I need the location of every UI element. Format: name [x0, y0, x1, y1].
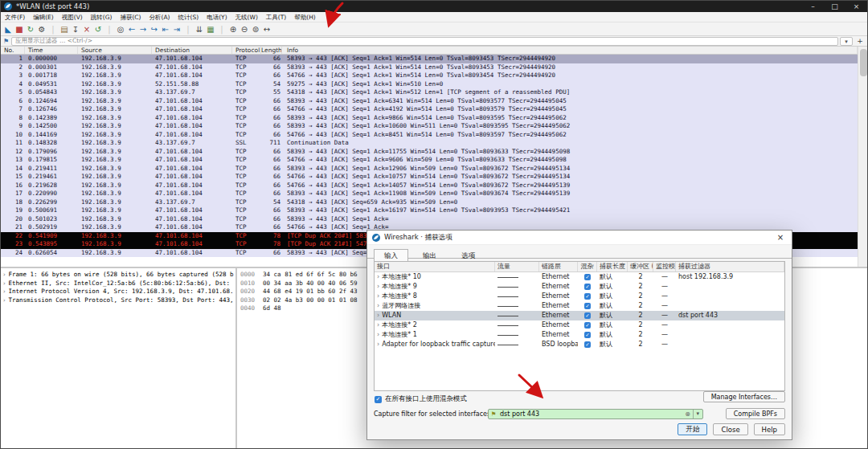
menu-item[interactable]: 捕获(C)	[116, 12, 145, 22]
packet-row[interactable]: 17 0.220990 192.168.3.9 47.101.68.104 TC…	[1, 190, 858, 198]
expander-icon[interactable]: ›	[377, 292, 379, 300]
detail-tree-line[interactable]: ›Internet Protocol Version 4, Src: 192.1…	[2, 288, 234, 296]
packet-row[interactable]: 14 0.219411 192.168.3.9 47.101.68.104 TC…	[1, 165, 858, 173]
menu-item[interactable]: 视图(V)	[58, 12, 87, 22]
filter-dropdown-icon[interactable]: ▾	[840, 37, 853, 46]
col-traffic[interactable]: 流量	[495, 262, 539, 271]
zoom-out-icon[interactable]: ⊖	[239, 23, 250, 35]
reload-file-icon[interactable]: ↺	[92, 23, 104, 35]
maximize-button[interactable]: □	[824, 1, 845, 12]
menu-item[interactable]: 电话(Y)	[203, 12, 231, 22]
start-capture-icon[interactable]: ◣	[2, 23, 14, 35]
zoom-reset-icon[interactable]: ⊜	[250, 23, 261, 35]
promiscuous-checkbox[interactable]: ✓	[584, 303, 591, 309]
menu-item[interactable]: 文件(F)	[1, 12, 29, 22]
interface-row[interactable]: ›Adapter for loopback traffic capture BS…	[375, 340, 784, 349]
manage-interfaces-button[interactable]: Manage Interfaces…	[703, 391, 785, 402]
expander-icon[interactable]: ›	[377, 341, 379, 348]
expander-icon[interactable]: ›	[2, 271, 6, 278]
packet-row[interactable]: 11 0.148328 192.168.3.9 43.137.69.7 SSL …	[1, 139, 858, 148]
packet-row[interactable]: 20 0.501023 192.168.3.9 47.101.68.104 TC…	[1, 215, 858, 224]
toolbar-separator[interactable]: |	[104, 23, 115, 35]
find-packet-icon[interactable]: ◎	[115, 23, 126, 35]
col-length[interactable]: Length	[261, 47, 282, 54]
go-to-packet-icon[interactable]: ↪	[149, 23, 160, 35]
detail-tree-line[interactable]: ›Frame 1: 66 bytes on wire (528 bits), 6…	[2, 271, 234, 280]
packet-row[interactable]: 3 0.001718 192.168.3.9 47.101.68.104 TCP…	[1, 71, 858, 80]
detail-tree-line[interactable]: ›Transmission Control Protocol, Src Port…	[2, 296, 234, 305]
capture-filter-input[interactable]: ⚑ dst port 443 ⊗ ▾	[488, 409, 703, 419]
promiscuous-checkbox[interactable]: ✓	[584, 322, 591, 329]
packet-row[interactable]: 10 0.144169 192.168.3.9 47.101.68.104 TC…	[1, 131, 858, 140]
expander-icon[interactable]: ›	[377, 273, 379, 280]
col-promiscuous[interactable]: 混杂	[578, 262, 597, 271]
interface-row[interactable]: ›本地连接* 9 Ethernet ✓ 默认 2 —	[375, 282, 784, 292]
col-buffer[interactable]: 缓冲区 (M	[628, 262, 653, 271]
start-button[interactable]: 开始	[678, 423, 707, 435]
dialog-tab[interactable]: 输入	[374, 249, 408, 262]
expander-icon[interactable]: ›	[377, 302, 379, 309]
promiscuous-checkbox[interactable]: ✓	[584, 284, 591, 290]
filter-add-button[interactable]: +	[854, 37, 866, 45]
col-time[interactable]: Time	[25, 47, 78, 54]
promiscuous-all-checkbox[interactable]: ✓	[375, 396, 382, 403]
interface-row[interactable]: ›WLAN Ethernet ✓ 默认 2 — dst port 443	[375, 311, 784, 320]
promiscuous-checkbox[interactable]: ✓	[584, 274, 591, 280]
stop-capture-icon[interactable]: ■	[14, 23, 25, 35]
packet-row[interactable]: 1 0.000000 192.168.3.9 47.101.68.104 TCP…	[1, 55, 858, 63]
expander-icon[interactable]: ›	[377, 283, 379, 290]
go-forward-icon[interactable]: →	[137, 23, 149, 35]
promiscuous-checkbox[interactable]: ✓	[584, 293, 591, 300]
filter-bookmark-icon[interactable]: ⚑	[1, 38, 11, 45]
col-linklayer[interactable]: 链路层	[539, 262, 578, 271]
capture-options-icon[interactable]: ⚙	[36, 23, 47, 35]
expander-icon[interactable]: ›	[377, 331, 379, 338]
packet-row[interactable]: 18 0.226299 192.168.3.9 43.137.69.7 TCP …	[1, 198, 858, 207]
resize-columns-icon[interactable]: ↔	[261, 23, 272, 35]
close-file-icon[interactable]: ×	[81, 23, 92, 35]
col-snaplen[interactable]: 捕获长度 B	[597, 262, 628, 271]
col-protocol[interactable]: Protocol	[232, 47, 261, 54]
menu-item[interactable]: 编辑(E)	[29, 12, 58, 22]
interface-row[interactable]: ›蓝牙网络连接 Ethernet ✓ 默认 2 —	[375, 301, 784, 311]
expander-icon[interactable]: ›	[2, 288, 6, 295]
save-file-icon[interactable]: ↧	[70, 23, 81, 35]
col-capture-filter[interactable]: 捕获过滤器	[676, 262, 784, 271]
packet-row[interactable]: 4 0.049531 192.168.3.9 52.151.58.88 TCP …	[1, 80, 858, 89]
display-filter-input[interactable]: 应用显示过滤器 … <Ctrl-/>	[11, 37, 838, 46]
detail-tree-line[interactable]: ›Ethernet II, Src: IntelCor_12:5a:b6 (5c…	[2, 280, 234, 288]
col-info[interactable]: Info	[282, 47, 858, 54]
dialog-tab[interactable]: 输出	[412, 249, 447, 262]
help-button[interactable]: Help	[754, 423, 785, 435]
menu-item[interactable]: 跳转(G)	[87, 12, 117, 22]
packet-row[interactable]: 6 0.124694 192.168.3.9 47.101.68.104 TCP…	[1, 97, 858, 106]
capture-filter-clear-icon[interactable]: ⊗	[683, 410, 693, 418]
expander-icon[interactable]: ›	[377, 312, 379, 319]
promiscuous-checkbox[interactable]: ✓	[584, 312, 591, 319]
menu-item[interactable]: 无线(W)	[231, 12, 262, 22]
close-button[interactable]: ×	[845, 1, 867, 12]
packet-row[interactable]: 12 0.179096 192.168.3.9 47.101.68.104 TC…	[1, 148, 858, 157]
toolbar-separator[interactable]: |	[182, 23, 194, 35]
menu-item[interactable]: 统计(S)	[174, 12, 203, 22]
packet-row[interactable]: 16 0.219628 192.168.3.9 47.101.68.104 TC…	[1, 182, 858, 190]
menu-item[interactable]: 帮助(H)	[290, 12, 320, 22]
col-no[interactable]: No.	[1, 47, 25, 54]
interface-row[interactable]: ›本地连接* 8 Ethernet ✓ 默认 2 —	[375, 292, 784, 301]
zoom-in-icon[interactable]: ⊕	[227, 23, 239, 35]
col-destination[interactable]: Destination	[152, 47, 232, 54]
packet-row[interactable]: 9 0.142500 192.168.3.9 47.101.68.104 TCP…	[1, 122, 858, 131]
toolbar-separator[interactable]: |	[47, 23, 59, 35]
go-first-icon[interactable]: ⇤	[160, 23, 171, 35]
dialog-close-button[interactable]: ×	[769, 231, 792, 245]
packet-row[interactable]: 8 0.142389 192.168.3.9 47.101.68.104 TCP…	[1, 114, 858, 123]
go-back-icon[interactable]: ←	[126, 23, 137, 35]
promiscuous-checkbox[interactable]: ✓	[584, 332, 591, 338]
auto-scroll-icon[interactable]: ⇊	[194, 23, 205, 35]
promiscuous-checkbox[interactable]: ✓	[584, 341, 591, 348]
open-file-icon[interactable]: ▤	[59, 23, 70, 35]
toolbar-separator[interactable]: |	[216, 23, 227, 35]
minimize-button[interactable]: –	[802, 1, 824, 12]
col-source[interactable]: Source	[78, 47, 152, 54]
colorize-icon[interactable]: ▦	[205, 23, 216, 35]
